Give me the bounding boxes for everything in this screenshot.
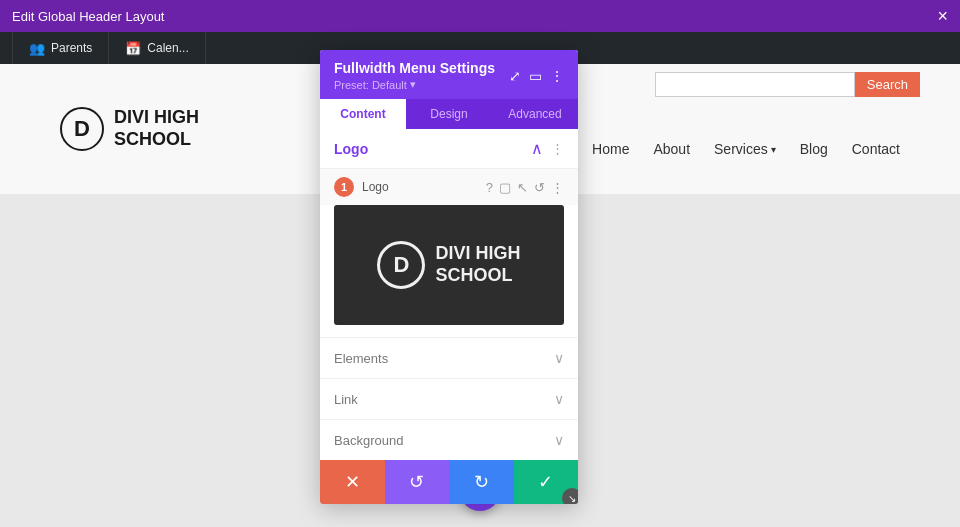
- panel-header: Fullwidth Menu Settings Preset: Default …: [320, 50, 578, 99]
- dropdown-arrow-icon: ▾: [771, 144, 776, 155]
- resize-icon: ↘: [568, 493, 576, 504]
- accordion-background[interactable]: Background ∨: [320, 419, 578, 460]
- panel-title: Fullwidth Menu Settings: [334, 60, 495, 76]
- logo-circle-icon: D: [60, 107, 104, 151]
- panel-tabs: Content Design Advanced: [320, 99, 578, 129]
- accordion-elements[interactable]: Elements ∨: [320, 337, 578, 378]
- panel-more-icon[interactable]: ⋮: [550, 68, 564, 84]
- logo-module-icon[interactable]: ▢: [499, 180, 511, 195]
- resize-handle[interactable]: ↘: [562, 488, 578, 504]
- redo-icon: ↻: [474, 471, 489, 493]
- nav-item-blog[interactable]: Blog: [800, 141, 828, 157]
- parents-icon: 👥: [29, 41, 45, 56]
- logo-row-icons: ? ▢ ↖ ↺ ⋮: [486, 180, 564, 195]
- accordion-background-arrow: ∨: [554, 432, 564, 448]
- search-bar: Search: [655, 72, 920, 97]
- panel-header-icons: ⤢ ▭ ⋮: [509, 68, 564, 84]
- logo-preview-circle-icon: D: [377, 241, 425, 289]
- undo-icon: ↺: [409, 471, 424, 493]
- panel-sidebar-icon[interactable]: ▭: [529, 68, 542, 84]
- nav-item-home[interactable]: Home: [592, 141, 629, 157]
- accordion-link-arrow: ∨: [554, 391, 564, 407]
- logo-preview-text: DIVI HIGH SCHOOL: [435, 243, 520, 286]
- logo-undo-icon[interactable]: ↺: [534, 180, 545, 195]
- accordion-link-label: Link: [334, 392, 358, 407]
- logo-help-icon[interactable]: ?: [486, 180, 493, 195]
- panel-preset[interactable]: Preset: Default ▾: [334, 78, 495, 91]
- tab-advanced[interactable]: Advanced: [492, 99, 578, 129]
- nav-item-services[interactable]: Services ▾: [714, 141, 776, 157]
- logo-badge: 1: [334, 177, 354, 197]
- logo-section-title: Logo: [334, 141, 368, 157]
- site-nav: Home About Services ▾ Blog Contact: [592, 141, 900, 157]
- top-bar: Edit Global Header Layout ×: [0, 0, 960, 32]
- redo-button[interactable]: ↻: [449, 460, 514, 504]
- cancel-icon: ✕: [345, 471, 360, 493]
- tab-content[interactable]: Content: [320, 99, 406, 129]
- tab-design[interactable]: Design: [406, 99, 492, 129]
- panel-footer: ✕ ↺ ↻ ✓ ↘: [320, 460, 578, 504]
- accordion-link[interactable]: Link ∨: [320, 378, 578, 419]
- site-logo: D DIVI HIGH SCHOOL: [60, 107, 199, 151]
- accordion-elements-label: Elements: [334, 351, 388, 366]
- close-button[interactable]: ×: [937, 7, 948, 25]
- calendar-icon: 📅: [125, 41, 141, 56]
- logo-preview-inner: D DIVI HIGH SCHOOL: [377, 241, 520, 289]
- logo-row: 1 Logo ? ▢ ↖ ↺ ⋮: [320, 169, 578, 205]
- search-input[interactable]: [655, 72, 855, 97]
- cancel-button[interactable]: ✕: [320, 460, 385, 504]
- accordion-elements-arrow: ∨: [554, 350, 564, 366]
- logo-select-icon[interactable]: ↖: [517, 180, 528, 195]
- logo-row-label: Logo: [362, 180, 389, 194]
- admin-bar-item-parents[interactable]: 👥 Parents: [12, 32, 109, 64]
- admin-bar-label-calendar: Calen...: [147, 41, 188, 55]
- logo-text: DIVI HIGH SCHOOL: [114, 107, 199, 150]
- logo-options-icon[interactable]: ⋮: [551, 180, 564, 195]
- section-more-icon[interactable]: ⋮: [551, 141, 564, 156]
- settings-panel: Fullwidth Menu Settings Preset: Default …: [320, 50, 578, 504]
- section-collapse-icon[interactable]: ∧: [531, 139, 543, 158]
- top-bar-title: Edit Global Header Layout: [12, 9, 164, 24]
- panel-scroll-area[interactable]: Logo ∧ ⋮ 1 Logo ? ▢ ↖ ↺ ⋮ D DIVI HIGH: [320, 129, 578, 460]
- nav-item-contact[interactable]: Contact: [852, 141, 900, 157]
- admin-bar-item-calendar[interactable]: 📅 Calen...: [109, 32, 205, 64]
- panel-expand-icon[interactable]: ⤢: [509, 68, 521, 84]
- save-icon: ✓: [538, 471, 553, 493]
- undo-button[interactable]: ↺: [385, 460, 450, 504]
- search-button[interactable]: Search: [855, 72, 920, 97]
- nav-item-about[interactable]: About: [653, 141, 690, 157]
- logo-section-header: Logo ∧ ⋮: [320, 129, 578, 169]
- logo-preview: D DIVI HIGH SCHOOL: [334, 205, 564, 325]
- accordion-background-label: Background: [334, 433, 403, 448]
- admin-bar-label-parents: Parents: [51, 41, 92, 55]
